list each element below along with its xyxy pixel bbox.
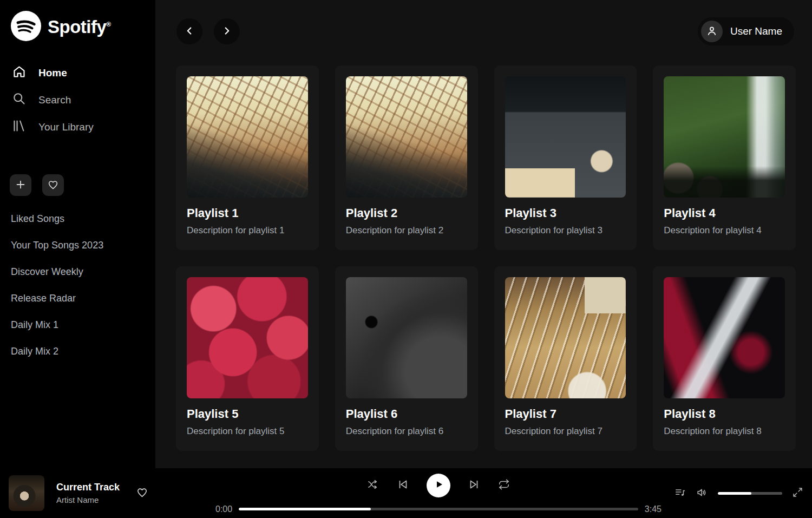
fullscreen-icon	[792, 487, 803, 500]
playlist-card[interactable]: Playlist 6 Description for playlist 6	[335, 266, 478, 451]
sidebar-item-label: Search	[38, 94, 71, 106]
sidebar-playlist-daily-mix-1[interactable]: Daily Mix 1	[11, 319, 155, 331]
sidebar-playlist-top-songs[interactable]: Your Top Songs 2023	[11, 240, 155, 251]
play-icon	[432, 478, 445, 493]
playlist-title: Playlist 2	[346, 206, 467, 220]
playlist-description: Description for playlist 6	[346, 426, 467, 437]
playlist-description: Description for playlist 5	[187, 426, 308, 437]
sidebar-item-label: Your Library	[38, 121, 94, 133]
playlist-card[interactable]: Playlist 4 Description for playlist 4	[653, 65, 796, 250]
playlist-description: Description for playlist 7	[505, 426, 626, 437]
topbar: User Name	[155, 0, 812, 63]
playlist-card[interactable]: Playlist 5 Description for playlist 5	[176, 266, 319, 451]
search-icon	[12, 91, 27, 109]
playlist-description: Description for playlist 1	[187, 225, 308, 236]
back-button[interactable]	[176, 18, 202, 44]
artist-name: Artist Name	[56, 495, 120, 504]
playlist-description: Description for playlist 3	[505, 225, 626, 236]
playlist-card[interactable]: Playlist 3 Description for playlist 3	[494, 65, 637, 250]
fullscreen-button[interactable]	[792, 487, 803, 500]
user-menu-button[interactable]: User Name	[698, 17, 794, 45]
playlist-cover-image	[664, 277, 785, 398]
playlist-title: Playlist 8	[664, 407, 785, 421]
sidebar-playlist-daily-mix-2[interactable]: Daily Mix 2	[11, 346, 155, 357]
spotify-app: Spotify® Home	[0, 0, 812, 518]
play-button[interactable]	[427, 474, 450, 497]
skip-previous-icon	[396, 478, 409, 493]
now-playing: Current Track Artist Name	[9, 475, 215, 511]
chevron-right-icon	[221, 25, 233, 38]
sidebar-playlists: Liked Songs Your Top Songs 2023 Discover…	[0, 213, 155, 357]
create-playlist-button[interactable]	[10, 174, 31, 196]
track-title: Current Track	[56, 482, 120, 493]
album-art	[9, 475, 44, 511]
shuffle-button[interactable]	[367, 478, 379, 492]
playlist-card[interactable]: Playlist 1 Description for playlist 1	[176, 65, 319, 250]
playlist-cover-image	[187, 76, 308, 198]
chevron-left-icon	[184, 25, 195, 38]
playlist-title: Playlist 1	[187, 206, 308, 220]
playlist-cover-image	[346, 277, 467, 398]
queue-button[interactable]	[675, 487, 686, 500]
sidebar-item-your-library[interactable]: Your Library	[0, 114, 155, 141]
user-name-label: User Name	[730, 25, 782, 37]
playlist-title: Playlist 5	[187, 407, 308, 421]
main-content: User Name Playlist 1 Description for pla…	[155, 0, 812, 468]
sidebar: Spotify® Home	[0, 0, 155, 468]
playlist-cover-image	[664, 76, 785, 198]
like-track-button[interactable]	[136, 486, 148, 500]
playlist-description: Description for playlist 2	[346, 225, 467, 236]
playlist-title: Playlist 3	[505, 206, 626, 220]
heart-icon	[47, 179, 59, 192]
player-right-controls	[675, 487, 803, 500]
playlist-card[interactable]: Playlist 8 Description for playlist 8	[653, 266, 796, 451]
liked-songs-button[interactable]	[42, 174, 64, 196]
volume-slider[interactable]	[718, 492, 782, 495]
playlist-card[interactable]: Playlist 2 Description for playlist 2	[335, 65, 478, 250]
playlist-cover-image	[505, 277, 626, 398]
next-track-button[interactable]	[468, 478, 481, 493]
sidebar-playlist-release-radar[interactable]: Release Radar	[11, 293, 155, 304]
sidebar-item-label: Home	[38, 67, 67, 79]
person-icon	[705, 24, 718, 39]
volume-icon	[696, 487, 708, 500]
sidebar-item-search[interactable]: Search	[0, 87, 155, 114]
progress-fill	[239, 508, 370, 510]
spotify-wordmark: Spotify®	[48, 17, 111, 37]
queue-icon	[675, 487, 686, 500]
repeat-icon	[498, 478, 510, 492]
volume-fill	[718, 492, 751, 495]
plus-icon	[15, 179, 27, 192]
playlist-grid: Playlist 1 Description for playlist 1 Pl…	[176, 65, 796, 451]
library-icon	[12, 119, 27, 136]
playlist-cover-image	[187, 277, 308, 398]
sidebar-playlist-liked-songs[interactable]: Liked Songs	[11, 213, 155, 225]
spotify-logo-icon	[11, 11, 41, 43]
volume-button[interactable]	[696, 487, 708, 500]
playlist-cover-image	[346, 76, 467, 198]
playlist-title: Playlist 6	[346, 407, 467, 421]
player-center: 0:00 3:45	[215, 473, 662, 514]
player-bar: Current Track Artist Name	[0, 468, 812, 518]
home-icon	[12, 64, 27, 82]
sidebar-playlist-discover-weekly[interactable]: Discover Weekly	[11, 266, 155, 278]
playlist-cover-image	[505, 76, 626, 198]
playlist-card[interactable]: Playlist 7 Description for playlist 7	[494, 266, 637, 451]
playlist-title: Playlist 4	[664, 206, 785, 220]
playlist-title: Playlist 7	[505, 407, 626, 421]
sidebar-item-home[interactable]: Home	[0, 60, 155, 87]
playlist-description: Description for playlist 8	[664, 426, 785, 437]
progress-row: 0:00 3:45	[215, 504, 662, 514]
playlist-description: Description for playlist 4	[664, 225, 785, 236]
skip-next-icon	[468, 478, 481, 493]
previous-track-button[interactable]	[396, 478, 409, 493]
shuffle-icon	[367, 478, 379, 492]
total-time: 3:45	[645, 504, 662, 514]
forward-button[interactable]	[214, 18, 240, 44]
repeat-button[interactable]	[498, 478, 510, 492]
library-actions	[10, 174, 155, 196]
current-time: 0:00	[215, 504, 232, 514]
progress-bar[interactable]	[239, 508, 638, 510]
user-avatar	[701, 21, 723, 42]
spotify-logo: Spotify®	[11, 11, 155, 43]
